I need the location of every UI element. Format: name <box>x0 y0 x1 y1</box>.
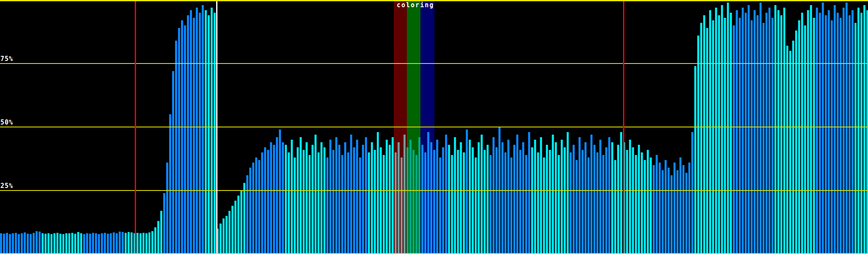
bar <box>228 211 231 254</box>
bar <box>754 10 756 254</box>
bar <box>653 165 655 254</box>
bar <box>424 152 426 254</box>
bar <box>534 140 536 254</box>
bar <box>267 150 269 254</box>
bar <box>50 234 53 254</box>
bar <box>733 25 735 254</box>
bar <box>326 157 328 254</box>
bar <box>184 25 186 254</box>
coloring-section-label: coloring <box>397 2 434 8</box>
bar <box>59 234 61 254</box>
bar <box>620 132 622 254</box>
bar <box>724 18 726 254</box>
bar <box>801 13 803 254</box>
bar <box>220 224 222 254</box>
bar <box>490 155 492 254</box>
bar <box>145 233 147 254</box>
bar <box>685 173 687 254</box>
bar <box>136 233 139 254</box>
bar <box>261 152 263 254</box>
bar <box>427 132 429 254</box>
bar <box>834 5 836 254</box>
bar <box>700 23 702 254</box>
bar <box>353 147 355 254</box>
bar <box>383 155 385 254</box>
bar <box>317 152 320 254</box>
bar <box>181 20 183 254</box>
bar <box>347 152 349 254</box>
bar <box>122 232 124 254</box>
marker-red-1 <box>135 0 136 254</box>
bar <box>703 15 705 254</box>
bar <box>760 3 762 254</box>
bar <box>617 145 619 254</box>
bar <box>828 10 830 254</box>
bar <box>65 233 67 254</box>
bar <box>12 233 14 254</box>
bar <box>6 233 8 254</box>
bar <box>154 227 156 254</box>
bar <box>573 145 575 254</box>
bar <box>225 216 228 254</box>
bar <box>656 155 658 254</box>
bar <box>543 157 545 254</box>
bar <box>258 160 260 254</box>
bar <box>519 150 521 254</box>
bar <box>33 233 35 254</box>
bar <box>564 147 566 254</box>
bar <box>288 152 290 254</box>
bar <box>196 8 198 254</box>
bar <box>688 163 690 254</box>
bar <box>39 232 41 254</box>
bar <box>602 155 604 254</box>
bar <box>338 145 340 254</box>
bar <box>276 137 278 254</box>
bar <box>454 137 456 254</box>
bar <box>0 233 2 254</box>
bar <box>415 155 417 254</box>
bar <box>484 150 486 254</box>
bar <box>329 140 331 254</box>
bar <box>119 232 121 254</box>
bar <box>822 3 824 254</box>
bar <box>712 20 714 254</box>
bar <box>104 233 106 254</box>
bar <box>774 5 776 254</box>
bar <box>412 150 415 254</box>
bar <box>285 145 287 254</box>
bar <box>237 196 239 254</box>
bar <box>635 155 637 254</box>
bar <box>528 132 530 254</box>
bar <box>570 152 572 254</box>
bar <box>576 160 578 254</box>
bar <box>312 145 314 254</box>
bar <box>587 157 590 254</box>
bar <box>294 157 296 254</box>
y-tick-label-50: 50% <box>0 119 13 126</box>
bar <box>175 41 177 254</box>
bar <box>406 147 409 254</box>
bar <box>128 232 130 254</box>
bar <box>662 170 664 254</box>
y-tick-label-25: 25% <box>0 183 13 189</box>
bar <box>561 140 563 254</box>
bar <box>234 201 236 254</box>
bar <box>670 175 673 254</box>
gridline-50 <box>0 127 868 127</box>
bar <box>107 234 109 254</box>
bar <box>816 8 818 254</box>
bar <box>516 135 518 254</box>
bar <box>74 234 76 254</box>
bar <box>789 51 791 254</box>
bar <box>837 13 839 254</box>
bar <box>21 233 23 254</box>
bar <box>362 145 364 254</box>
bar <box>739 18 741 254</box>
bar <box>303 150 305 254</box>
bar <box>15 233 17 254</box>
bar <box>398 142 400 254</box>
bar <box>765 13 768 254</box>
bar <box>421 145 423 254</box>
bar <box>647 150 649 254</box>
bar <box>193 18 195 254</box>
